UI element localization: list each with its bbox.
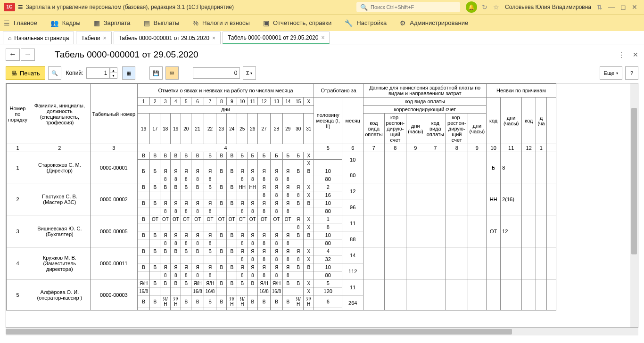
menu-label: Выплаты xyxy=(154,19,180,26)
nav-forward-button[interactable]: → xyxy=(21,49,35,61)
tab-label: Табели xyxy=(81,35,100,41)
username-label: Соловьева Юлия Владимировна xyxy=(505,4,591,10)
tab[interactable]: Табель 0000-000001 от 29.05.2020× xyxy=(114,32,221,44)
vscroll-thumb[interactable] xyxy=(631,108,637,254)
menu-item[interactable]: ▤Выплаты xyxy=(144,19,180,27)
app-logo: 1C xyxy=(4,3,15,11)
print-label: Печать xyxy=(20,70,40,77)
menu-label: Кадры xyxy=(62,19,81,26)
preview-button[interactable]: 🔍 xyxy=(48,66,61,80)
search-input[interactable] xyxy=(370,4,454,10)
tab-close-icon[interactable]: × xyxy=(212,35,215,41)
menu-label: Администрирование xyxy=(410,19,468,26)
tab-close-icon[interactable]: × xyxy=(103,35,107,41)
table-row: 5 Алфёрова О. И. (оператор-кассир ) 0000… xyxy=(7,279,556,287)
menu-icon: 👥 xyxy=(50,19,58,27)
tab[interactable]: Табель 0000-000001 от 29.05.2020× xyxy=(223,32,330,44)
copies-spinner[interactable]: ▲▼ xyxy=(110,67,117,79)
email-button[interactable]: ✉ xyxy=(165,66,179,80)
more-actions-icon[interactable]: ⋮ xyxy=(618,50,625,59)
main-menu-icon[interactable]: ≡ xyxy=(18,2,23,12)
menu-icon: ▦ xyxy=(94,19,100,27)
copies-input[interactable] xyxy=(86,67,110,79)
menu-item[interactable]: ⚙Администрирование xyxy=(400,19,468,27)
table-viewport[interactable]: Номер по порядку Фамилия, инициалы, долж… xyxy=(6,83,638,328)
help-button[interactable]: ? xyxy=(625,66,638,80)
minimize-button[interactable]: — xyxy=(608,3,615,11)
menu-icon: ▣ xyxy=(263,19,269,27)
app-title: Зарплата и управление персоналом (базова… xyxy=(26,4,234,10)
table-row: 1 Старокожев С. М. (Директор) 0000-00001… xyxy=(7,152,556,160)
main-menu: ☰Главное👥Кадры▦Зарплата▤Выплаты%Налоги и… xyxy=(0,14,644,31)
menu-icon: ▤ xyxy=(144,19,150,27)
filter-icon[interactable]: ⇅ xyxy=(597,3,603,11)
tab-bar: ⌂Начальная страницаТабели×Табель 0000-00… xyxy=(0,31,644,44)
zoom-button[interactable]: ▦ xyxy=(122,66,135,80)
tab-close-icon[interactable]: × xyxy=(321,34,324,41)
page-number-input[interactable] xyxy=(193,67,240,79)
menu-icon: 🔧 xyxy=(345,19,353,27)
menu-label: Настройка xyxy=(356,19,387,26)
tab[interactable]: ⌂Начальная страница xyxy=(3,32,74,44)
more-label: Еще xyxy=(604,70,614,76)
page-title: Табель 0000-000001 от 29.05.2020 xyxy=(55,49,198,60)
page-header: ← → Табель 0000-000001 от 29.05.2020 ⋮ ✕ xyxy=(0,44,644,65)
menu-item[interactable]: ▦Зарплата xyxy=(94,19,131,27)
menu-item[interactable]: 🔧Настройка xyxy=(345,19,387,27)
menu-icon: % xyxy=(192,19,198,27)
table-row: 3 Вишневская Ю. С. (Бухгалтер) 0000-0000… xyxy=(7,215,556,223)
notifications-button[interactable]: 🔔 xyxy=(466,1,477,13)
menu-label: Зарплата xyxy=(104,19,131,26)
menu-label: Отчетность, справки xyxy=(273,19,331,26)
table-row: 2 Пастухов С. В. (Мастер АЗС) 0000-00002… xyxy=(7,183,556,191)
tab[interactable]: Табели× xyxy=(76,32,111,44)
history-icon[interactable]: ↻ xyxy=(482,3,487,11)
timesheet-table: Номер по порядку Фамилия, инициалы, долж… xyxy=(6,83,556,310)
menu-item[interactable]: ▣Отчетность, справки xyxy=(263,19,331,27)
sum-button[interactable]: Σ▾ xyxy=(243,66,256,80)
close-button[interactable]: ✕ xyxy=(632,3,637,11)
save-button[interactable]: 💾 xyxy=(149,66,163,80)
hscroll-thumb[interactable] xyxy=(6,329,512,335)
menu-label: Налоги и взносы xyxy=(202,19,250,26)
maximize-button[interactable]: ◻ xyxy=(620,3,626,11)
copies-label: Копий: xyxy=(66,70,83,76)
global-search[interactable]: 🔍 xyxy=(356,2,460,12)
search-icon: 🔍 xyxy=(360,4,368,11)
nav-back-button[interactable]: ← xyxy=(6,49,20,61)
tab-icon: ⌂ xyxy=(8,35,11,41)
horizontal-scrollbar[interactable] xyxy=(6,328,638,335)
table-row: 4 Кружков М. В. (Заместитель директора) … xyxy=(7,247,556,255)
more-button[interactable]: Еще▾ xyxy=(600,66,622,80)
favorite-icon[interactable]: ☆ xyxy=(493,3,499,11)
vertical-scrollbar[interactable] xyxy=(630,83,638,327)
titlebar: 1C ≡ Зарплата и управление персоналом (б… xyxy=(0,0,644,14)
print-button[interactable]: 🖶 Печать xyxy=(6,66,45,80)
menu-item[interactable]: ☰Главное xyxy=(4,19,37,27)
menu-item[interactable]: %Налоги и взносы xyxy=(192,19,250,27)
page-close-button[interactable]: ✕ xyxy=(633,51,638,58)
toolbar: 🖶 Печать 🔍 Копий: ▲▼ ▦ 💾 ✉ Σ▾ Еще▾ ? xyxy=(0,65,644,81)
sigma-icon: Σ xyxy=(246,70,249,76)
menu-item[interactable]: 👥Кадры xyxy=(50,19,81,27)
menu-label: Главное xyxy=(14,19,37,26)
menu-icon: ☰ xyxy=(4,19,10,27)
tab-label: Табель 0000-000001 от 29.05.2020 xyxy=(228,34,318,41)
menu-icon: ⚙ xyxy=(400,19,406,27)
print-icon: 🖶 xyxy=(11,70,17,77)
tab-label: Табель 0000-000001 от 29.05.2020 xyxy=(119,35,209,41)
tab-label: Начальная страница xyxy=(14,35,69,41)
